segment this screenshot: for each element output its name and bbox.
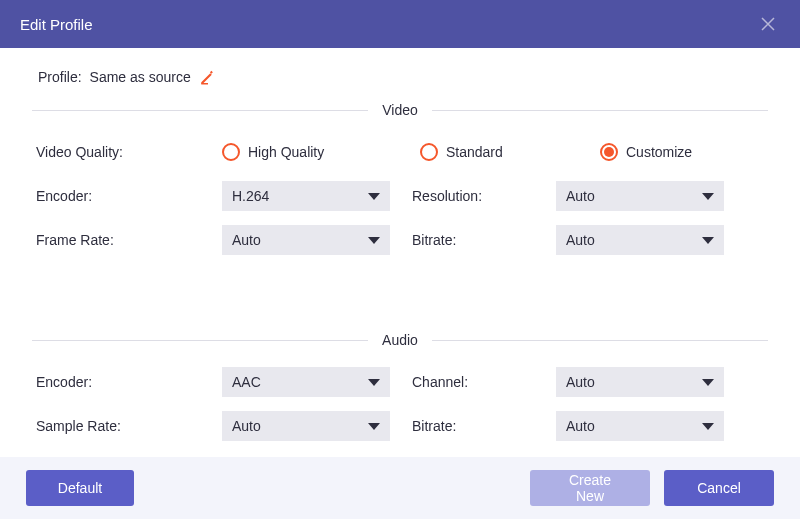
chevron-down-icon <box>368 379 380 386</box>
audio-samplerate-bitrate-row: Sample Rate: Auto Bitrate: Auto <box>36 410 768 442</box>
pencil-icon <box>199 68 217 86</box>
radio-icon <box>222 143 240 161</box>
video-encoder-resolution-row: Encoder: H.264 Resolution: Auto <box>36 180 768 212</box>
audio-encoder-label: Encoder: <box>36 374 222 390</box>
video-framerate-label: Frame Rate: <box>36 232 222 248</box>
section-gap <box>32 256 768 328</box>
select-value: Auto <box>566 374 595 390</box>
video-resolution-select[interactable]: Auto <box>556 181 724 211</box>
edit-profile-button[interactable] <box>199 68 217 86</box>
audio-bitrate-select[interactable]: Auto <box>556 411 724 441</box>
select-value: Auto <box>232 232 261 248</box>
profile-value: Same as source <box>90 69 191 85</box>
video-bitrate-label: Bitrate: <box>408 232 556 248</box>
video-framerate-bitrate-row: Frame Rate: Auto Bitrate: Auto <box>36 224 768 256</box>
video-quality-label: Video Quality: <box>36 144 222 160</box>
select-value: AAC <box>232 374 261 390</box>
video-section-divider: Video <box>32 102 768 118</box>
radio-high-quality[interactable]: High Quality <box>222 143 420 161</box>
edit-profile-window: Edit Profile Profile: Same as source Vid… <box>0 0 800 519</box>
divider-line <box>32 110 368 111</box>
chevron-down-icon <box>702 379 714 386</box>
close-icon <box>760 16 776 32</box>
dialog-content: Profile: Same as source Video Video Qual… <box>0 48 800 457</box>
radio-customize[interactable]: Customize <box>600 143 692 161</box>
select-value: Auto <box>566 188 595 204</box>
select-value: Auto <box>566 418 595 434</box>
footer: Default Create New Cancel <box>0 457 800 519</box>
chevron-down-icon <box>702 237 714 244</box>
chevron-down-icon <box>702 423 714 430</box>
video-framerate-select[interactable]: Auto <box>222 225 390 255</box>
audio-samplerate-select[interactable]: Auto <box>222 411 390 441</box>
radio-label: High Quality <box>248 144 324 160</box>
select-value: Auto <box>232 418 261 434</box>
radio-label: Standard <box>446 144 503 160</box>
video-encoder-label: Encoder: <box>36 188 222 204</box>
audio-channel-select[interactable]: Auto <box>556 367 724 397</box>
radio-standard[interactable]: Standard <box>420 143 600 161</box>
chevron-down-icon <box>368 237 380 244</box>
profile-row: Profile: Same as source <box>38 68 768 86</box>
divider-line <box>32 340 368 341</box>
chevron-down-icon <box>368 193 380 200</box>
divider-line <box>432 110 768 111</box>
close-button[interactable] <box>756 12 780 36</box>
window-title: Edit Profile <box>20 16 93 33</box>
video-bitrate-select[interactable]: Auto <box>556 225 724 255</box>
audio-section-title: Audio <box>368 332 432 348</box>
radio-icon <box>420 143 438 161</box>
audio-section-divider: Audio <box>32 332 768 348</box>
select-value: H.264 <box>232 188 269 204</box>
divider-line <box>432 340 768 341</box>
video-resolution-label: Resolution: <box>408 188 556 204</box>
radio-icon <box>600 143 618 161</box>
audio-encoder-select[interactable]: AAC <box>222 367 390 397</box>
video-quality-radio-group: High Quality Standard Customize <box>222 143 768 161</box>
video-fields: Video Quality: High Quality Standard Cus… <box>32 130 768 256</box>
video-encoder-select[interactable]: H.264 <box>222 181 390 211</box>
video-section-title: Video <box>368 102 432 118</box>
audio-channel-label: Channel: <box>408 374 556 390</box>
select-value: Auto <box>566 232 595 248</box>
create-new-button[interactable]: Create New <box>530 470 650 506</box>
audio-bitrate-label: Bitrate: <box>408 418 556 434</box>
radio-label: Customize <box>626 144 692 160</box>
titlebar: Edit Profile <box>0 0 800 48</box>
audio-samplerate-label: Sample Rate: <box>36 418 222 434</box>
chevron-down-icon <box>368 423 380 430</box>
cancel-button[interactable]: Cancel <box>664 470 774 506</box>
audio-encoder-channel-row: Encoder: AAC Channel: Auto <box>36 366 768 398</box>
video-quality-row: Video Quality: High Quality Standard Cus… <box>36 136 768 168</box>
audio-fields: Encoder: AAC Channel: Auto Sample R <box>32 360 768 442</box>
default-button[interactable]: Default <box>26 470 134 506</box>
profile-label: Profile: <box>38 69 82 85</box>
chevron-down-icon <box>702 193 714 200</box>
